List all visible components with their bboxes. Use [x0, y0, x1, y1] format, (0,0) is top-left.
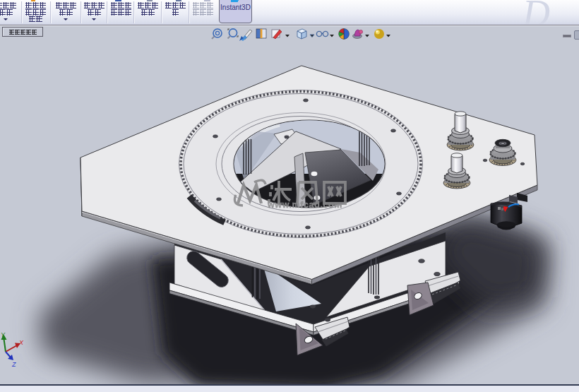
- svg-text:X: X: [18, 339, 24, 346]
- svg-text:www.mfcad.com: www.mfcad.com: [267, 200, 342, 210]
- svg-text:Z: Z: [11, 361, 16, 368]
- svg-text:Y: Y: [1, 331, 6, 338]
